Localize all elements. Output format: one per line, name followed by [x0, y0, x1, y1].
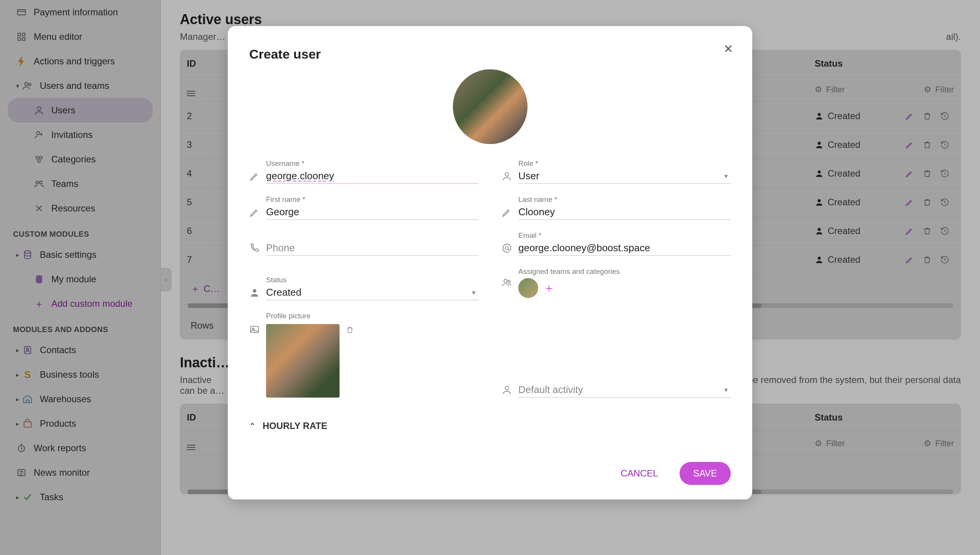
phone-field: [249, 231, 479, 256]
pencil-icon: [249, 207, 260, 218]
firstname-label: First name *: [266, 195, 479, 204]
email-input[interactable]: [518, 240, 731, 255]
activity-select[interactable]: [518, 381, 731, 397]
add-team-button[interactable]: ＋: [543, 282, 555, 294]
hourly-rate-toggle[interactable]: ⌃ HOURLY RATE: [249, 421, 731, 431]
close-icon[interactable]: ✕: [724, 42, 733, 56]
status-field: Status Created: [249, 267, 479, 300]
teams-field: Assigned teams and categories ＋: [501, 267, 731, 300]
username-label: Username *: [266, 159, 479, 168]
cancel-button[interactable]: CANCEL: [607, 462, 671, 485]
lastname-field: Last name *: [501, 195, 731, 220]
modal-overlay[interactable]: Create user ✕ Username * Role * User: [0, 0, 980, 555]
modal-title: Create user: [249, 47, 731, 62]
team-chip[interactable]: [518, 278, 538, 298]
create-user-modal: Create user ✕ Username * Role * User: [228, 26, 752, 499]
pencil-icon: [249, 171, 260, 182]
svg-point-29: [253, 289, 256, 293]
status-label: Status: [266, 276, 479, 284]
svg-point-28: [505, 247, 508, 250]
users-icon: [501, 277, 512, 288]
user-outline-icon: [501, 385, 512, 395]
email-label: Email *: [518, 231, 731, 240]
svg-point-31: [508, 280, 510, 283]
phone-icon: [249, 243, 260, 254]
at-icon: [501, 243, 512, 254]
user-icon: [501, 171, 512, 182]
role-select[interactable]: User: [518, 168, 731, 183]
teams-label: Assigned teams and categories: [518, 267, 731, 276]
profile-picture-block: Profile picture: [249, 312, 479, 398]
role-label: Role *: [518, 159, 731, 168]
delete-picture-icon[interactable]: [346, 326, 354, 336]
avatar-preview: [453, 69, 528, 144]
user-icon: [249, 287, 260, 298]
firstname-input[interactable]: [266, 204, 479, 219]
role-field: Role * User: [501, 159, 731, 184]
svg-point-27: [505, 173, 508, 176]
lastname-input[interactable]: [518, 204, 731, 219]
save-button[interactable]: SAVE: [679, 462, 731, 485]
email-field: Email *: [501, 231, 731, 256]
activity-field: [501, 312, 731, 398]
firstname-field: First name *: [249, 195, 479, 220]
phone-input[interactable]: [266, 240, 479, 255]
pencil-icon: [501, 207, 512, 218]
svg-point-34: [505, 386, 508, 390]
chevron-up-icon: ⌃: [249, 421, 256, 431]
status-select[interactable]: Created: [266, 284, 479, 300]
profile-picture-label: Profile picture: [266, 312, 479, 320]
svg-point-30: [504, 279, 507, 282]
lastname-label: Last name *: [518, 195, 731, 204]
image-icon: [249, 324, 260, 335]
username-field: Username *: [249, 159, 479, 184]
username-input[interactable]: [266, 168, 479, 183]
profile-picture-thumbnail[interactable]: [266, 324, 340, 398]
